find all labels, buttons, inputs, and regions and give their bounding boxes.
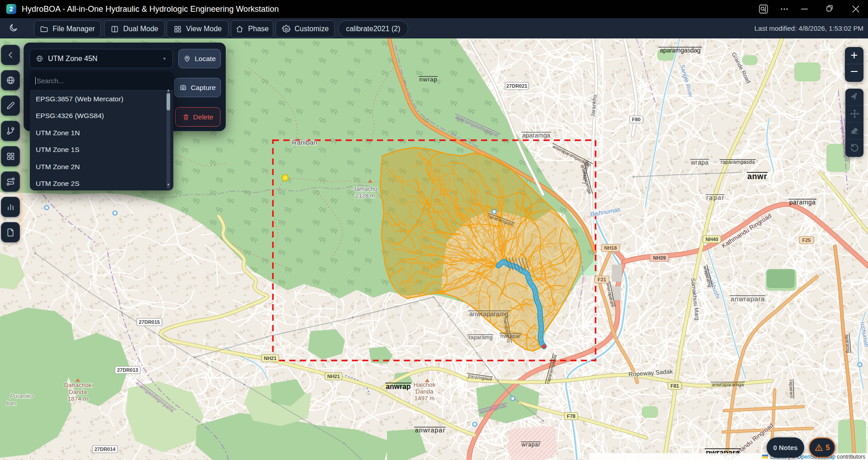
svg-text:27DR015: 27DR015	[139, 319, 160, 325]
svg-text:1874 m: 1874 m	[67, 395, 88, 402]
svg-text:Halchok: Halchok	[414, 381, 436, 388]
svg-text:anwraparamga: anwraparamga	[712, 382, 744, 387]
svg-text:1497 m: 1497 m	[414, 395, 434, 402]
svg-text:nwrap: nwrap	[420, 76, 437, 83]
svg-text:NH39: NH39	[653, 255, 666, 261]
svg-text:Dahachok: Dahachok	[64, 382, 92, 389]
svg-text:F80: F80	[632, 117, 641, 122]
svg-text:raparamg: raparamg	[469, 334, 493, 341]
svg-text:NH18: NH18	[604, 245, 617, 251]
svg-text:Jamacho: Jamacho	[353, 185, 377, 192]
svg-text:Puraniko: Puraniko	[10, 393, 33, 399]
svg-text:wrapa: wrapa	[691, 159, 709, 166]
svg-text:NH40: NH40	[706, 237, 718, 242]
svg-text:wrapar: wrapar	[521, 441, 540, 448]
svg-text:ban: ban	[6, 400, 16, 407]
svg-text:rapar: rapar	[706, 194, 724, 201]
svg-text:27DR021: 27DR021	[506, 83, 527, 89]
svg-text:NH21: NH21	[327, 374, 340, 379]
svg-text:aparamgasdag: aparamgasdag	[660, 47, 701, 54]
svg-text:F81: F81	[671, 383, 679, 389]
svg-text:Danda: Danda	[415, 388, 434, 395]
svg-text:27DR013: 27DR013	[117, 367, 138, 373]
svg-text:F25: F25	[802, 237, 811, 243]
svg-text:aparamga: aparamga	[522, 132, 550, 139]
svg-text:F21: F21	[598, 277, 606, 282]
svg-text:paramga: paramga	[789, 199, 816, 206]
svg-text:raparam: raparam	[788, 379, 794, 398]
svg-text:Danda: Danda	[69, 389, 87, 395]
svg-text:2128 m: 2128 m	[355, 192, 375, 199]
svg-text:raparamgasda: raparamgasda	[721, 159, 755, 165]
svg-text:anwraparamg: anwraparamg	[469, 311, 508, 318]
svg-text:Raniban: Raniban	[292, 138, 317, 146]
svg-text:27DR014: 27DR014	[95, 446, 116, 452]
svg-text:anwr: anwr	[748, 172, 767, 181]
svg-text:NH21: NH21	[264, 356, 277, 361]
svg-text:anwrapara: anwrapara	[731, 295, 765, 303]
svg-text:F78: F78	[567, 413, 576, 419]
svg-text:anwrap: anwrap	[386, 383, 411, 390]
svg-text:anwrapar: anwrapar	[415, 427, 445, 434]
